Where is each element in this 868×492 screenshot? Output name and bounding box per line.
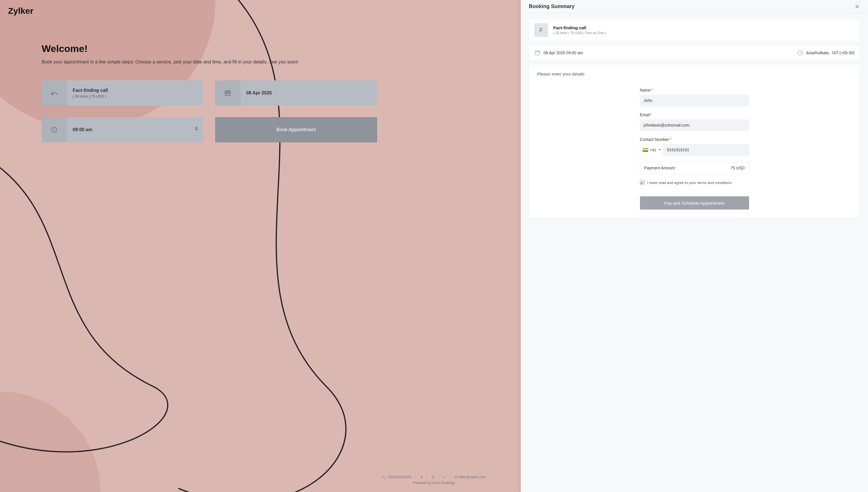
dialcode-select[interactable]: +91 [640, 144, 663, 155]
panel-title: Booking Summary [529, 3, 574, 9]
payment-label: Payment Amount [644, 166, 675, 170]
terms-checkbox[interactable] [640, 180, 644, 185]
name-field-group: Name* [640, 88, 749, 106]
summary-timezone-text: Asia/Kolkata - IST (+05:30) [806, 51, 854, 55]
service-avatar: F [534, 23, 548, 37]
clock-icon [797, 50, 803, 56]
panel-header: Booking Summary [521, 0, 868, 13]
email-label: Email* [640, 113, 749, 117]
terms-text[interactable]: I have read and agree to your terms and … [648, 180, 732, 185]
phone-input[interactable] [663, 144, 749, 155]
payment-amount: Payment Amount 75 USD [640, 162, 749, 174]
email-field-group: Email* [640, 113, 749, 131]
summary-service-meta: ( 30 mins | 75 USD | One on One ) [553, 31, 606, 35]
form-heading: Please enter your details [537, 72, 852, 76]
close-icon [854, 4, 860, 9]
summary-datetime-text: 08 Apr 2025 09:00 am [543, 51, 583, 55]
svg-rect-10 [535, 51, 540, 55]
summary-timezone: Asia/Kolkata - IST (+05:30) [797, 50, 854, 56]
summary-meta: 08 Apr 2025 09:00 am Asia/Kolkata - IST … [529, 45, 860, 60]
submit-button[interactable]: Pay and Schedule Appointment [640, 196, 749, 210]
phone-field-group: Contact Number* +91 [640, 137, 749, 155]
flag-icon [642, 148, 648, 152]
summary-service: F Fact-finding call ( 30 mins | 75 USD |… [529, 19, 860, 41]
name-input[interactable] [640, 95, 749, 106]
summary-datetime: 08 Apr 2025 09:00 am [534, 50, 583, 56]
payment-value: 75 USD [731, 166, 745, 170]
calendar-icon [534, 50, 541, 56]
close-button[interactable] [854, 4, 860, 9]
terms-row: I have read and agree to your terms and … [640, 180, 749, 185]
summary-service-name: Fact-finding call [553, 25, 606, 30]
phone-label: Contact Number* [640, 137, 749, 142]
dialcode-text: +91 [650, 148, 656, 152]
panel-body: F Fact-finding call ( 30 mins | 75 USD |… [521, 13, 868, 492]
name-label: Name* [640, 88, 749, 93]
details-form: Please enter your details Name* Email* C… [529, 64, 860, 218]
email-input[interactable] [640, 119, 749, 131]
booking-summary-panel: Booking Summary F Fact-finding call ( 30… [521, 0, 868, 492]
